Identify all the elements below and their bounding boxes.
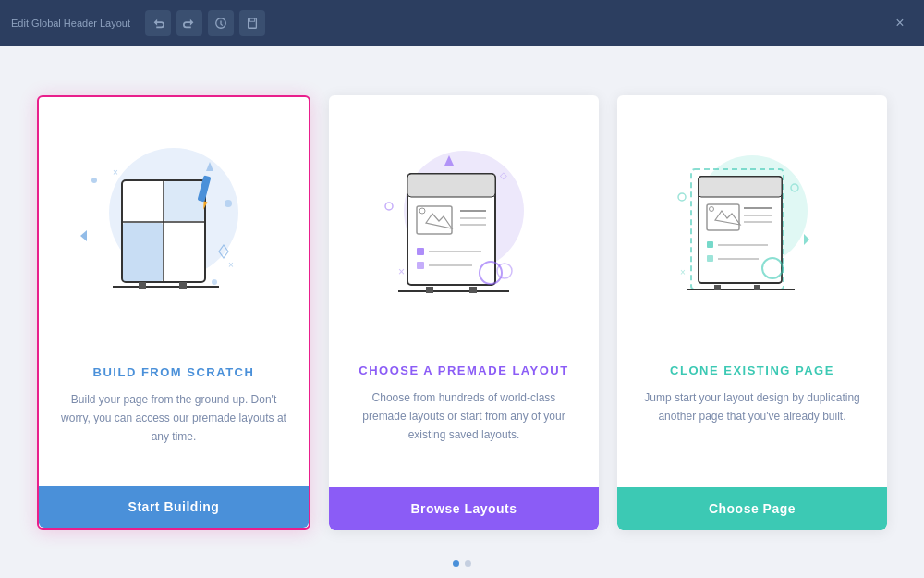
svg-rect-40: [426, 287, 433, 293]
svg-point-21: [385, 203, 393, 210]
svg-text:×: ×: [398, 265, 405, 278]
close-button[interactable]: ×: [887, 10, 913, 36]
svg-point-5: [212, 279, 217, 285]
svg-rect-62: [754, 285, 760, 290]
history-button[interactable]: [208, 10, 234, 36]
choose-page-button[interactable]: Choose Page: [617, 487, 887, 530]
redo-button[interactable]: [176, 10, 202, 36]
browse-layouts-button[interactable]: Browse Layouts: [329, 487, 599, 530]
svg-rect-34: [417, 248, 424, 255]
svg-text:×: ×: [113, 167, 118, 178]
svg-marker-7: [80, 230, 87, 241]
svg-marker-6: [206, 162, 213, 171]
svg-rect-20: [179, 282, 187, 289]
top-bar: Edit Global Header Layout ×: [0, 0, 924, 46]
svg-rect-61: [714, 285, 721, 290]
dot-1[interactable]: [453, 560, 459, 567]
svg-rect-55: [707, 241, 713, 248]
card-premade-title: CHOOSE A PREMADE LAYOUT: [351, 363, 577, 377]
svg-text:◇: ◇: [500, 170, 507, 180]
svg-rect-48: [699, 177, 782, 197]
card-clone-body: CLONE EXISTING PAGE Jump start your layo…: [617, 363, 887, 487]
svg-rect-41: [469, 287, 477, 293]
navigation-dots: [453, 560, 471, 567]
card-premade-illustration: × ◇: [329, 95, 599, 363]
svg-point-3: [91, 178, 97, 183]
svg-marker-23: [444, 155, 454, 166]
card-premade-body: CHOOSE A PREMADE LAYOUT Choose from hund…: [329, 363, 599, 487]
card-clone-desc: Jump start your layout design by duplica…: [639, 388, 865, 426]
card-scratch[interactable]: × × BUI: [37, 95, 310, 530]
svg-marker-10: [219, 245, 228, 258]
svg-rect-14: [123, 223, 163, 281]
svg-rect-27: [407, 174, 495, 197]
card-scratch-title: BUILD FROM SCRATCH: [61, 365, 286, 379]
card-premade-desc: Choose from hundreds of world-class prem…: [351, 388, 577, 445]
card-clone-illustration: ×: [617, 95, 887, 363]
svg-point-43: [791, 184, 798, 191]
svg-rect-36: [417, 262, 424, 269]
svg-text:×: ×: [228, 260, 234, 270]
card-premade[interactable]: × ◇: [329, 95, 599, 530]
svg-rect-19: [139, 282, 146, 289]
svg-point-4: [225, 200, 232, 207]
dot-2[interactable]: [465, 560, 471, 567]
card-scratch-illustration: × ×: [39, 97, 309, 365]
svg-rect-15: [164, 181, 204, 221]
main-content: × × BUI: [0, 46, 924, 578]
card-scratch-desc: Build your page from the ground up. Don'…: [61, 390, 286, 447]
svg-marker-44: [804, 234, 809, 245]
svg-text:×: ×: [680, 267, 686, 277]
card-clone[interactable]: ×: [617, 95, 887, 530]
undo-button[interactable]: [145, 10, 171, 36]
svg-rect-57: [707, 255, 713, 262]
start-building-button[interactable]: Start Building: [39, 486, 309, 528]
top-bar-title: Edit Global Header Layout: [11, 18, 130, 29]
card-clone-title: CLONE EXISTING PAGE: [639, 363, 865, 377]
save-button[interactable]: [239, 10, 265, 36]
svg-point-42: [678, 193, 686, 201]
card-scratch-body: BUILD FROM SCRATCH Build your page from …: [39, 365, 309, 486]
